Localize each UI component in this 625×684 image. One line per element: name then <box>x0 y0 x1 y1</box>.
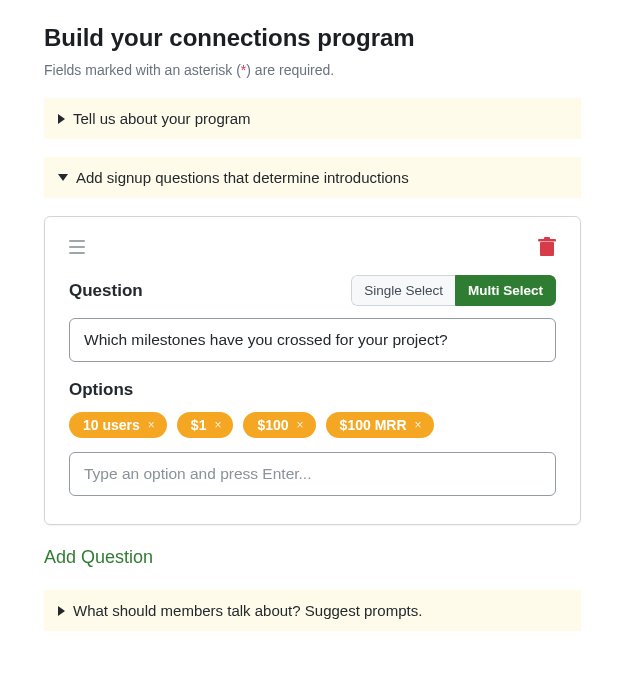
question-label: Question <box>69 281 143 301</box>
section-label: Add signup questions that determine intr… <box>76 169 409 186</box>
option-chip-label: $100 <box>257 417 288 433</box>
option-input[interactable] <box>69 452 556 496</box>
remove-option-icon[interactable]: × <box>415 418 422 432</box>
remove-option-icon[interactable]: × <box>297 418 304 432</box>
single-select-button[interactable]: Single Select <box>351 275 455 306</box>
page-title: Build your connections program <box>44 24 581 52</box>
options-chip-list: 10 users×$1×$100×$100 MRR× <box>69 412 556 438</box>
option-chip-label: $1 <box>191 417 207 433</box>
question-input[interactable] <box>69 318 556 362</box>
option-chip: 10 users× <box>69 412 167 438</box>
add-question-button[interactable]: Add Question <box>44 547 153 568</box>
section-toggle-signup[interactable]: Add signup questions that determine intr… <box>44 157 581 198</box>
remove-option-icon[interactable]: × <box>214 418 221 432</box>
required-hint: Fields marked with an asterisk (*) are r… <box>44 62 581 78</box>
section-toggle-about[interactable]: Tell us about your program <box>44 98 581 139</box>
multi-select-button[interactable]: Multi Select <box>455 275 556 306</box>
section-label: Tell us about your program <box>73 110 251 127</box>
option-chip: $100 MRR× <box>326 412 434 438</box>
remove-option-icon[interactable]: × <box>148 418 155 432</box>
option-chip-label: 10 users <box>83 417 140 433</box>
chevron-down-icon <box>58 174 68 181</box>
option-chip-label: $100 MRR <box>340 417 407 433</box>
option-chip: $1× <box>177 412 234 438</box>
svg-rect-2 <box>544 237 550 240</box>
section-toggle-prompts[interactable]: What should members talk about? Suggest … <box>44 590 581 631</box>
delete-question-button[interactable] <box>538 237 556 257</box>
select-type-group: Single Select Multi Select <box>351 275 556 306</box>
drag-handle-icon[interactable] <box>69 240 85 254</box>
options-label: Options <box>69 380 556 400</box>
svg-rect-0 <box>540 242 554 256</box>
chevron-right-icon <box>58 606 65 616</box>
section-label: What should members talk about? Suggest … <box>73 602 422 619</box>
chevron-right-icon <box>58 114 65 124</box>
question-card: Question Single Select Multi Select Opti… <box>44 216 581 525</box>
option-chip: $100× <box>243 412 315 438</box>
